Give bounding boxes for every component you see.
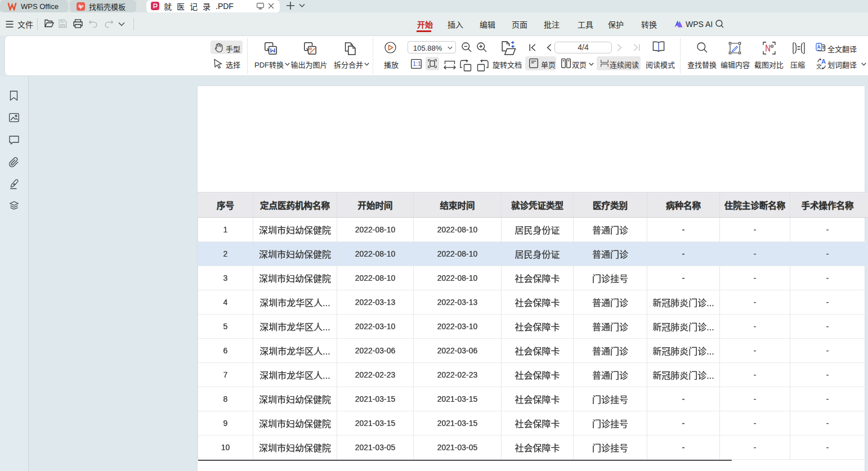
svg-text:A: A xyxy=(821,59,826,65)
svg-text:1:1: 1:1 xyxy=(413,60,421,67)
